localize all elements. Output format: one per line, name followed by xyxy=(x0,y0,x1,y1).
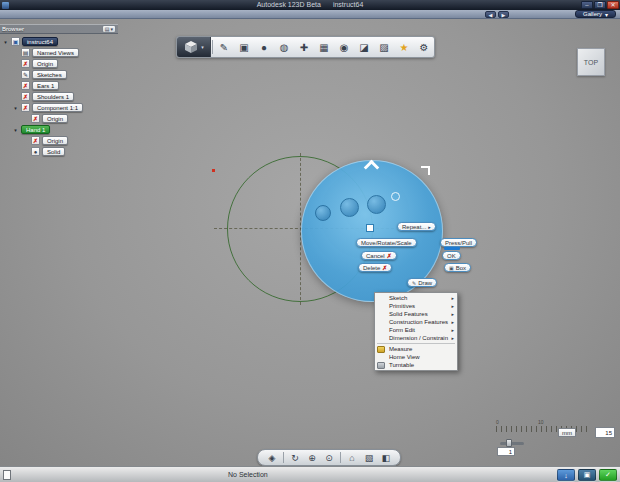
download-status-icon[interactable]: ↓ xyxy=(557,469,575,481)
tree-label: Origin xyxy=(42,136,68,145)
favorites-icon[interactable]: ★ xyxy=(394,37,414,57)
tree-item-origin-component[interactable]: ✗ Origin xyxy=(0,113,130,124)
browser-header: Browser ▤ ▾ xyxy=(0,24,118,34)
draw-icon[interactable]: ✎ xyxy=(214,37,234,57)
expand-icon[interactable]: ▾ xyxy=(2,39,9,45)
expand-corner-icon[interactable] xyxy=(421,166,430,175)
display-style-icon[interactable]: ▧ xyxy=(361,451,377,464)
menu-item-construction-features[interactable]: Construction Features ▸ xyxy=(375,318,457,326)
menu-item-home-view[interactable]: Home View xyxy=(375,353,457,361)
hidden-icon[interactable]: ✗ xyxy=(31,114,40,123)
status-icons: ↓ ▣ ✓ xyxy=(557,469,617,481)
browser-filter-button[interactable]: ▤ ▾ xyxy=(102,25,116,33)
menu-item-solid-features[interactable]: Solid Features ▸ xyxy=(375,310,457,318)
maximize-button[interactable]: ❐ xyxy=(594,1,606,9)
submenu-arrow-icon: ▸ xyxy=(451,311,454,317)
delete-pill[interactable]: Delete ✗ xyxy=(358,263,392,272)
online-status-icon[interactable]: ✓ xyxy=(599,469,617,481)
submenu-arrow-icon: ▸ xyxy=(451,335,454,341)
box-pill[interactable]: ▣ Box xyxy=(444,263,471,272)
menu-item-label: Home View xyxy=(389,354,420,360)
window-controls: – ❐ ✕ xyxy=(581,1,619,9)
material-icon[interactable]: ▨ xyxy=(374,37,394,57)
tree-item-shoulders-1[interactable]: ✗ Shoulders 1 xyxy=(0,91,130,102)
main-menu-cube-button[interactable]: ▾ xyxy=(177,37,211,57)
solid-icon: ● xyxy=(31,147,40,156)
zoom-slider-track[interactable] xyxy=(500,442,524,445)
tree-item-solid[interactable]: ● Solid xyxy=(0,146,130,157)
repeat-pill[interactable]: Repeat... ▸ xyxy=(397,222,436,231)
expand-icon[interactable]: ▾ xyxy=(12,127,19,133)
split-icon[interactable]: ◪ xyxy=(354,37,374,57)
move-rotate-scale-pill[interactable]: Move/Rotate/Scale xyxy=(356,238,417,247)
menu-item-primitives[interactable]: Primitives ▸ xyxy=(375,302,457,310)
tree-item-instruct64[interactable]: ▾ ▣ instruct64 xyxy=(0,36,130,47)
tree-label: Origin xyxy=(42,114,68,123)
minimize-button[interactable]: – xyxy=(581,1,593,9)
pattern-icon[interactable]: ▦ xyxy=(314,37,334,57)
nav-forward-button[interactable]: ▶ xyxy=(498,11,509,18)
menu-item-turntable[interactable]: Turntable xyxy=(375,361,457,369)
viewport-canvas[interactable]: Browser ▤ ▾ ▾ ▣ instruct64 ▤ Named Views… xyxy=(0,19,620,466)
toolbar-separator xyxy=(283,452,284,463)
tree-item-origin[interactable]: ✗ Origin xyxy=(0,58,130,69)
cancel-pill[interactable]: Cancel ✗ xyxy=(361,251,397,260)
draw-pill[interactable]: ✎ Draw xyxy=(407,278,437,287)
scale-value-input[interactable]: 15 xyxy=(595,427,615,438)
move-icon[interactable]: ✚ xyxy=(294,37,314,57)
snap-icon[interactable]: ◈ xyxy=(264,451,280,464)
tree-label: Origin xyxy=(32,59,58,68)
settings-gear-icon[interactable]: ⚙ xyxy=(414,37,434,57)
tree-label: Ears 1 xyxy=(32,81,59,90)
cube-icon xyxy=(183,39,199,55)
tree-item-hand-1[interactable]: ▾ Hand 1 xyxy=(0,124,130,135)
view-cube[interactable]: TOP xyxy=(577,48,605,76)
ok-pill[interactable]: OK xyxy=(442,251,461,260)
box-icon: ▣ xyxy=(449,265,454,271)
zoom-icon[interactable]: ⊙ xyxy=(321,451,337,464)
hidden-icon[interactable]: ✗ xyxy=(21,59,30,68)
combine-icon[interactable]: ◉ xyxy=(334,37,354,57)
home-view-icon[interactable]: ⌂ xyxy=(344,451,360,464)
sketch-point[interactable] xyxy=(212,169,215,172)
close-button[interactable]: ✕ xyxy=(607,1,619,9)
hidden-icon[interactable]: ✗ xyxy=(21,103,30,112)
tree-label: Sketches xyxy=(32,70,67,79)
menu-item-dimension-constrain[interactable]: Dimension / Constrain ▸ xyxy=(375,334,457,342)
sphere-preview-icon xyxy=(340,198,359,217)
tree-item-ears-1[interactable]: ✗ Ears 1 xyxy=(0,80,130,91)
screen-status-icon[interactable]: ▣ xyxy=(578,469,596,481)
hidden-icon[interactable]: ✗ xyxy=(21,92,30,101)
app-title: Autodesk 123D Beta xyxy=(257,0,321,10)
primitive-box-icon[interactable]: ▣ xyxy=(234,37,254,57)
press-pull-pill[interactable]: Press/Pull xyxy=(440,238,477,247)
menu-item-label: Sketch xyxy=(389,295,407,301)
tree-item-named-views[interactable]: ▤ Named Views xyxy=(0,47,130,58)
nav-back-button[interactable]: ◀ xyxy=(485,11,496,18)
section-icon[interactable]: ◧ xyxy=(378,451,394,464)
tree-label: Named Views xyxy=(32,48,79,57)
gallery-button[interactable]: Gallery ▾ xyxy=(575,10,616,18)
pill-label: OK xyxy=(447,253,456,259)
tree-item-component-1-1[interactable]: ▾ ✗ Component 1:1 xyxy=(0,102,130,113)
expand-icon[interactable]: ▾ xyxy=(12,105,19,111)
menu-item-label: Solid Features xyxy=(389,311,428,317)
menu-item-sketch[interactable]: Sketch ▸ xyxy=(375,294,457,302)
chevron-down-icon: ▾ xyxy=(201,44,204,50)
primitive-sphere-icon[interactable]: ● xyxy=(254,37,274,57)
orbit-icon[interactable]: ↻ xyxy=(287,451,303,464)
hidden-icon[interactable]: ✗ xyxy=(21,81,30,90)
hidden-icon[interactable]: ✗ xyxy=(31,136,40,145)
menu-item-form-edit[interactable]: Form Edit ▸ xyxy=(375,326,457,334)
primitive-cylinder-icon[interactable]: ◍ xyxy=(274,37,294,57)
ok-highlight-bar xyxy=(444,247,460,250)
tree-item-sketches[interactable]: ✎ Sketches xyxy=(0,69,130,80)
secondary-value-input[interactable]: 1 xyxy=(497,447,515,456)
menu-item-measure[interactable]: Measure xyxy=(375,345,457,353)
unit-selector[interactable]: mm xyxy=(558,428,576,437)
pan-icon[interactable]: ⊕ xyxy=(304,451,320,464)
zoom-slider-knob[interactable] xyxy=(506,439,512,447)
menu-item-label: Form Edit xyxy=(389,327,415,333)
tree-item-origin-hand[interactable]: ✗ Origin xyxy=(0,135,130,146)
window-title: Autodesk 123D Beta instruct64 xyxy=(0,0,620,10)
